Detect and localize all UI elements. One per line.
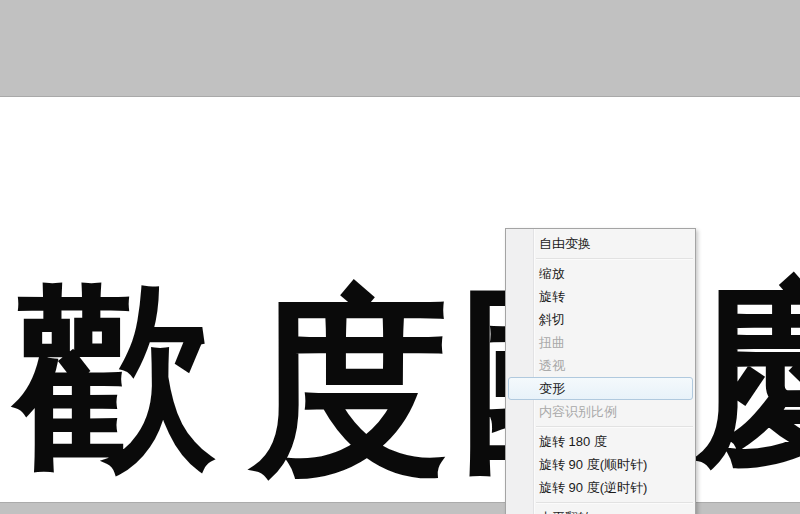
menu-separator <box>536 258 693 260</box>
menu-item-rotate-90-ccw[interactable]: 旋转 90 度(逆时针) <box>506 476 695 499</box>
menu-item-warp[interactable]: 变形 <box>508 377 693 400</box>
menu-item-rotate[interactable]: 旋转 <box>506 285 695 308</box>
transform-context-menu: 自由变换 缩放 旋转 斜切 扭曲 透视 变形 内容识别比例 旋转 180 度 旋… <box>505 228 696 514</box>
menu-item-distort: 扭曲 <box>506 331 695 354</box>
menu-item-free-transform[interactable]: 自由变换 <box>506 232 695 255</box>
menu-separator <box>536 426 693 428</box>
calligraphy-char-huan: 歡 <box>15 275 215 475</box>
calligraphy-char-du: 度 <box>250 283 450 483</box>
menu-item-flip-horizontal[interactable]: 水平翻转 <box>506 506 695 514</box>
menu-item-skew[interactable]: 斜切 <box>506 308 695 331</box>
pasteboard-top <box>0 0 800 97</box>
menu-item-perspective: 透视 <box>506 354 695 377</box>
menu-item-content-aware-scale: 内容识别比例 <box>506 400 695 423</box>
menu-item-scale[interactable]: 缩放 <box>506 262 695 285</box>
menu-item-rotate-90-cw[interactable]: 旋转 90 度(顺时针) <box>506 453 695 476</box>
menu-separator <box>536 502 693 504</box>
menu-item-rotate-180[interactable]: 旋转 180 度 <box>506 430 695 453</box>
calligraphy-char-qing: 慶 <box>693 273 800 473</box>
